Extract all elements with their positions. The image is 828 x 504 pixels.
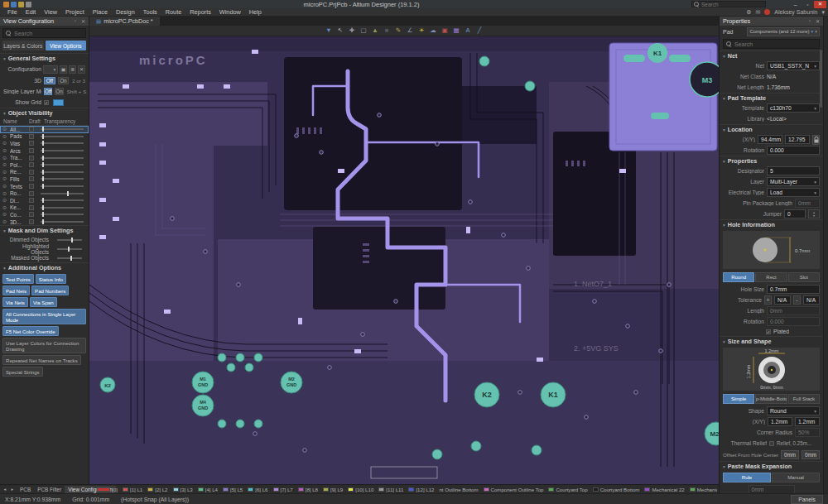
object-visibility-row[interactable]: ⊙Texts xyxy=(0,183,89,190)
transparency-slider[interactable] xyxy=(41,185,84,187)
transparency-slider[interactable] xyxy=(41,150,84,151)
via-nets-toggle[interactable]: Via Nets xyxy=(2,297,28,307)
load-configuration-icon[interactable]: ▣ xyxy=(60,65,67,74)
draft-checkbox[interactable] xyxy=(29,162,34,167)
slot-button[interactable]: Slot xyxy=(788,272,820,282)
visibility-eye-icon[interactable]: ⊙ xyxy=(2,212,8,217)
draw-tool-icon[interactable]: ✎ xyxy=(393,26,404,36)
object-visibility-row[interactable]: ⊙Pads xyxy=(0,133,89,141)
tab-layers-colors[interactable]: Layers & Colors xyxy=(2,41,44,50)
round-button[interactable]: Round xyxy=(723,272,754,282)
object-visibility-row[interactable]: ⊙Fills xyxy=(0,175,89,183)
object-visibility-row[interactable]: ⊙Ke... xyxy=(0,204,89,212)
visibility-eye-icon[interactable]: ⊙ xyxy=(2,162,8,167)
template-dropdown[interactable]: c130h70 xyxy=(767,103,820,113)
object-visibility-row[interactable]: ⊙Co... xyxy=(0,211,89,218)
visibility-eye-icon[interactable]: ⊙ xyxy=(2,191,8,196)
notifications-icon[interactable]: ✉ xyxy=(755,9,760,16)
transparency-slider[interactable] xyxy=(41,199,84,201)
layer-tab-4-l4[interactable]: [4] L4 xyxy=(195,487,220,492)
grid-color-swatch[interactable] xyxy=(53,99,64,106)
draft-checkbox[interactable] xyxy=(29,191,34,196)
menu-route[interactable]: Route xyxy=(161,8,185,16)
menu-edit[interactable]: Edit xyxy=(22,8,41,16)
global-search-input[interactable] xyxy=(701,2,763,7)
close-button[interactable]: ✕ xyxy=(814,1,826,8)
draft-checkbox[interactable] xyxy=(29,184,34,189)
draft-checkbox[interactable] xyxy=(29,127,34,132)
hole-information-heading[interactable]: ▾Hole Information xyxy=(720,219,823,229)
transparency-slider[interactable] xyxy=(41,157,84,159)
tolerance-minus-field[interactable]: N/A xyxy=(803,295,820,305)
visibility-eye-icon[interactable]: ⊙ xyxy=(2,176,8,181)
jumper-field[interactable]: 0 xyxy=(784,209,806,218)
special-strings-toggle[interactable]: Special Strings xyxy=(2,367,43,377)
visibility-eye-icon[interactable]: ⊙ xyxy=(2,198,8,203)
pad-nets-toggle[interactable]: Pad Nets xyxy=(2,286,30,295)
panels-button[interactable]: Panels xyxy=(791,495,823,504)
draft-checkbox[interactable] xyxy=(29,156,34,161)
transparency-slider[interactable] xyxy=(41,171,84,173)
properties-scrollbar[interactable] xyxy=(820,50,822,108)
offset-x-button[interactable]: 0mm xyxy=(781,450,799,459)
maximize-button[interactable]: ▫ xyxy=(802,1,814,8)
layer-tab-2-l2[interactable]: [2] L2 xyxy=(145,487,170,492)
layer-tab-mechanical-23[interactable]: Mechanical 23 xyxy=(687,487,717,492)
panel-close-icon[interactable]: ✕ xyxy=(816,18,820,24)
object-visibility-row[interactable]: ⊙Re... xyxy=(0,169,89,176)
object-visibility-row[interactable]: ⊙Pol... xyxy=(0,161,89,169)
layer-tab-0[interactable]: [0] xyxy=(94,487,120,492)
panel-tab-pcb-filter[interactable]: PCB Filter xyxy=(34,486,65,493)
manual-button[interactable]: Manual xyxy=(772,473,820,482)
draft-checkbox[interactable] xyxy=(29,198,34,203)
transparency-slider[interactable] xyxy=(41,128,84,130)
cloud-tool-icon[interactable]: ☁ xyxy=(428,26,439,36)
top-middle-bottom-button[interactable]: Top-Middle-Bottom xyxy=(755,394,787,404)
rotation-field[interactable]: 0.000 xyxy=(767,146,820,155)
transparency-slider[interactable] xyxy=(41,164,84,166)
object-visibility-row[interactable]: ⊙Vias xyxy=(0,140,89,147)
rule-button[interactable]: Rule xyxy=(723,473,771,482)
thermal-relief-checkbox[interactable] xyxy=(769,441,774,446)
3d-off-button[interactable]: Off xyxy=(44,77,55,84)
location-y-field[interactable]: 12.795 xyxy=(785,135,810,144)
highlighted-objects-slider[interactable] xyxy=(57,248,82,250)
menu-tools[interactable]: Tools xyxy=(139,8,161,16)
transparency-slider[interactable] xyxy=(41,136,84,137)
object-visibility-row[interactable]: ⊙Tra... xyxy=(0,154,89,161)
visibility-eye-icon[interactable]: ⊙ xyxy=(2,170,8,175)
string-tool-icon[interactable]: A xyxy=(463,26,474,36)
transparency-slider[interactable] xyxy=(41,207,84,209)
panel-pin-icon[interactable]: ▫ xyxy=(75,18,76,24)
layer-tab-6-l6[interactable]: [6] L6 xyxy=(245,487,270,492)
draft-checkbox[interactable] xyxy=(29,134,34,139)
transparency-slider[interactable] xyxy=(41,214,84,215)
panel-pin-icon[interactable]: ▫ xyxy=(809,18,811,24)
f5-net-color-override-toggle[interactable]: F5 Net Color Override xyxy=(2,326,59,336)
menu-view[interactable]: View xyxy=(40,8,61,16)
object-visibility-row[interactable]: ⊙Ro... xyxy=(0,190,89,197)
transparency-slider[interactable] xyxy=(41,142,84,144)
layer-tab-courtyard-top[interactable]: Courtyard Top xyxy=(546,487,590,492)
visibility-eye-icon[interactable]: ⊙ xyxy=(2,184,8,189)
layer-tab-7-l7[interactable]: [7] L7 xyxy=(271,487,296,492)
draft-checkbox[interactable] xyxy=(29,170,34,175)
rect-button[interactable]: Rect xyxy=(755,272,787,282)
menu-reports[interactable]: Reports xyxy=(185,8,215,16)
jumper-stepper[interactable]: ▴▾ xyxy=(808,209,820,218)
module-top-right[interactable]: K1 M3 xyxy=(609,43,719,151)
layer-tab-9-l9[interactable]: [9] L9 xyxy=(320,487,345,492)
single-layer-mode-on-button[interactable]: On xyxy=(55,88,63,95)
object-visibility-row[interactable]: ⊙All... xyxy=(0,126,89,133)
draft-checkbox[interactable] xyxy=(29,176,34,181)
single-layer-mode-off-button[interactable]: Off xyxy=(44,88,52,95)
panel-close-icon[interactable]: ✕ xyxy=(81,18,85,24)
draft-checkbox[interactable] xyxy=(29,219,34,224)
location-x-field[interactable]: 94.4mm xyxy=(758,135,782,144)
left-panel-search-input[interactable] xyxy=(14,31,83,36)
general-settings-heading[interactable]: ▾General Settings xyxy=(0,53,89,63)
visibility-eye-icon[interactable]: ⊙ xyxy=(2,148,8,153)
layers-scroll-left-icon[interactable]: ◂ xyxy=(2,487,8,492)
object-visibility-row[interactable]: ⊙Arcs xyxy=(0,147,89,155)
draft-checkbox[interactable] xyxy=(29,205,34,210)
